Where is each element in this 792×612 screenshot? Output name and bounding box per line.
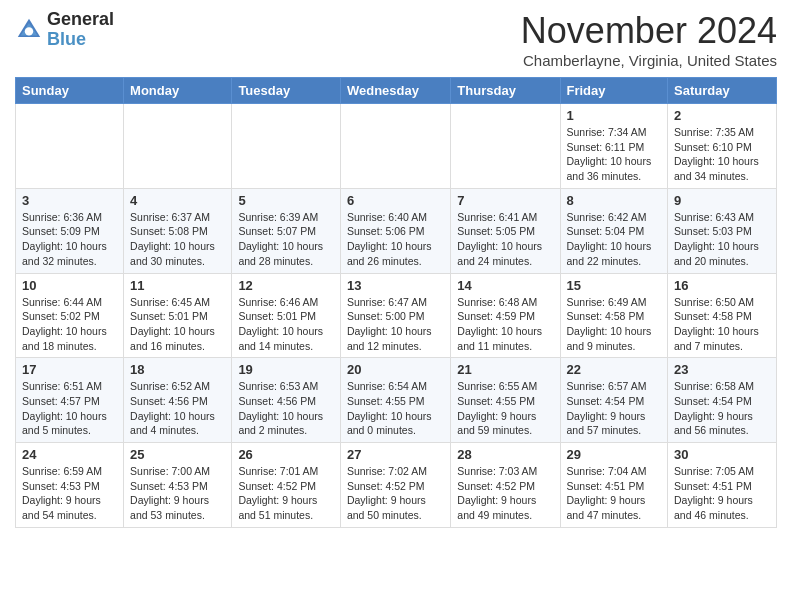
day-cell-1-1: 4Sunrise: 6:37 AM Sunset: 5:08 PM Daylig… [124,188,232,273]
day-info: Sunrise: 7:34 AM Sunset: 6:11 PM Dayligh… [567,125,662,184]
day-info: Sunrise: 6:43 AM Sunset: 5:03 PM Dayligh… [674,210,770,269]
day-cell-4-3: 27Sunrise: 7:02 AM Sunset: 4:52 PM Dayli… [340,443,450,528]
logo-icon [15,16,43,44]
day-number: 14 [457,278,553,293]
day-info: Sunrise: 6:39 AM Sunset: 5:07 PM Dayligh… [238,210,334,269]
day-info: Sunrise: 6:50 AM Sunset: 4:58 PM Dayligh… [674,295,770,354]
day-cell-0-6: 2Sunrise: 7:35 AM Sunset: 6:10 PM Daylig… [668,104,777,189]
day-info: Sunrise: 6:53 AM Sunset: 4:56 PM Dayligh… [238,379,334,438]
day-info: Sunrise: 6:41 AM Sunset: 5:05 PM Dayligh… [457,210,553,269]
day-number: 6 [347,193,444,208]
day-cell-4-0: 24Sunrise: 6:59 AM Sunset: 4:53 PM Dayli… [16,443,124,528]
week-row-5: 24Sunrise: 6:59 AM Sunset: 4:53 PM Dayli… [16,443,777,528]
day-number: 30 [674,447,770,462]
week-row-1: 1Sunrise: 7:34 AM Sunset: 6:11 PM Daylig… [16,104,777,189]
day-number: 12 [238,278,334,293]
day-cell-2-0: 10Sunrise: 6:44 AM Sunset: 5:02 PM Dayli… [16,273,124,358]
day-number: 25 [130,447,225,462]
day-cell-3-4: 21Sunrise: 6:55 AM Sunset: 4:55 PM Dayli… [451,358,560,443]
col-tuesday: Tuesday [232,78,341,104]
logo-line2: Blue [47,29,86,49]
day-number: 10 [22,278,117,293]
week-row-3: 10Sunrise: 6:44 AM Sunset: 5:02 PM Dayli… [16,273,777,358]
col-saturday: Saturday [668,78,777,104]
day-cell-2-6: 16Sunrise: 6:50 AM Sunset: 4:58 PM Dayli… [668,273,777,358]
week-row-4: 17Sunrise: 6:51 AM Sunset: 4:57 PM Dayli… [16,358,777,443]
day-number: 18 [130,362,225,377]
month-title: November 2024 [521,10,777,52]
day-cell-1-3: 6Sunrise: 6:40 AM Sunset: 5:06 PM Daylig… [340,188,450,273]
day-cell-2-1: 11Sunrise: 6:45 AM Sunset: 5:01 PM Dayli… [124,273,232,358]
day-cell-1-2: 5Sunrise: 6:39 AM Sunset: 5:07 PM Daylig… [232,188,341,273]
header: General Blue November 2024 Chamberlayne,… [15,10,777,69]
day-number: 20 [347,362,444,377]
day-number: 26 [238,447,334,462]
day-number: 4 [130,193,225,208]
day-number: 13 [347,278,444,293]
day-info: Sunrise: 6:36 AM Sunset: 5:09 PM Dayligh… [22,210,117,269]
day-cell-4-5: 29Sunrise: 7:04 AM Sunset: 4:51 PM Dayli… [560,443,668,528]
day-cell-4-4: 28Sunrise: 7:03 AM Sunset: 4:52 PM Dayli… [451,443,560,528]
day-info: Sunrise: 6:54 AM Sunset: 4:55 PM Dayligh… [347,379,444,438]
day-info: Sunrise: 6:51 AM Sunset: 4:57 PM Dayligh… [22,379,117,438]
day-cell-0-0 [16,104,124,189]
day-number: 29 [567,447,662,462]
day-cell-4-6: 30Sunrise: 7:05 AM Sunset: 4:51 PM Dayli… [668,443,777,528]
day-number: 16 [674,278,770,293]
day-cell-0-4 [451,104,560,189]
day-number: 15 [567,278,662,293]
day-cell-2-5: 15Sunrise: 6:49 AM Sunset: 4:58 PM Dayli… [560,273,668,358]
day-number: 17 [22,362,117,377]
day-number: 9 [674,193,770,208]
day-cell-1-4: 7Sunrise: 6:41 AM Sunset: 5:05 PM Daylig… [451,188,560,273]
day-number: 23 [674,362,770,377]
day-info: Sunrise: 7:02 AM Sunset: 4:52 PM Dayligh… [347,464,444,523]
day-info: Sunrise: 6:55 AM Sunset: 4:55 PM Dayligh… [457,379,553,438]
day-cell-3-0: 17Sunrise: 6:51 AM Sunset: 4:57 PM Dayli… [16,358,124,443]
day-cell-1-0: 3Sunrise: 6:36 AM Sunset: 5:09 PM Daylig… [16,188,124,273]
day-info: Sunrise: 6:37 AM Sunset: 5:08 PM Dayligh… [130,210,225,269]
day-info: Sunrise: 7:03 AM Sunset: 4:52 PM Dayligh… [457,464,553,523]
day-number: 24 [22,447,117,462]
day-info: Sunrise: 6:46 AM Sunset: 5:01 PM Dayligh… [238,295,334,354]
day-info: Sunrise: 7:00 AM Sunset: 4:53 PM Dayligh… [130,464,225,523]
day-number: 22 [567,362,662,377]
day-cell-1-5: 8Sunrise: 6:42 AM Sunset: 5:04 PM Daylig… [560,188,668,273]
day-info: Sunrise: 6:45 AM Sunset: 5:01 PM Dayligh… [130,295,225,354]
col-sunday: Sunday [16,78,124,104]
day-info: Sunrise: 6:49 AM Sunset: 4:58 PM Dayligh… [567,295,662,354]
day-cell-3-3: 20Sunrise: 6:54 AM Sunset: 4:55 PM Dayli… [340,358,450,443]
week-row-2: 3Sunrise: 6:36 AM Sunset: 5:09 PM Daylig… [16,188,777,273]
calendar: Sunday Monday Tuesday Wednesday Thursday… [15,77,777,528]
day-cell-0-2 [232,104,341,189]
day-number: 7 [457,193,553,208]
day-cell-2-2: 12Sunrise: 6:46 AM Sunset: 5:01 PM Dayli… [232,273,341,358]
day-number: 27 [347,447,444,462]
day-number: 3 [22,193,117,208]
day-number: 11 [130,278,225,293]
day-cell-3-6: 23Sunrise: 6:58 AM Sunset: 4:54 PM Dayli… [668,358,777,443]
day-info: Sunrise: 7:05 AM Sunset: 4:51 PM Dayligh… [674,464,770,523]
day-cell-4-1: 25Sunrise: 7:00 AM Sunset: 4:53 PM Dayli… [124,443,232,528]
day-info: Sunrise: 6:58 AM Sunset: 4:54 PM Dayligh… [674,379,770,438]
page: General Blue November 2024 Chamberlayne,… [0,0,792,538]
day-cell-3-2: 19Sunrise: 6:53 AM Sunset: 4:56 PM Dayli… [232,358,341,443]
day-number: 8 [567,193,662,208]
day-cell-1-6: 9Sunrise: 6:43 AM Sunset: 5:03 PM Daylig… [668,188,777,273]
day-info: Sunrise: 6:57 AM Sunset: 4:54 PM Dayligh… [567,379,662,438]
col-monday: Monday [124,78,232,104]
day-number: 5 [238,193,334,208]
day-info: Sunrise: 7:35 AM Sunset: 6:10 PM Dayligh… [674,125,770,184]
col-friday: Friday [560,78,668,104]
logo-text: General Blue [47,10,114,50]
day-cell-0-3 [340,104,450,189]
day-cell-2-3: 13Sunrise: 6:47 AM Sunset: 5:00 PM Dayli… [340,273,450,358]
day-info: Sunrise: 6:40 AM Sunset: 5:06 PM Dayligh… [347,210,444,269]
day-cell-2-4: 14Sunrise: 6:48 AM Sunset: 4:59 PM Dayli… [451,273,560,358]
logo: General Blue [15,10,114,50]
day-number: 21 [457,362,553,377]
day-cell-0-5: 1Sunrise: 7:34 AM Sunset: 6:11 PM Daylig… [560,104,668,189]
day-cell-3-5: 22Sunrise: 6:57 AM Sunset: 4:54 PM Dayli… [560,358,668,443]
day-number: 19 [238,362,334,377]
logo-line1: General [47,10,114,30]
